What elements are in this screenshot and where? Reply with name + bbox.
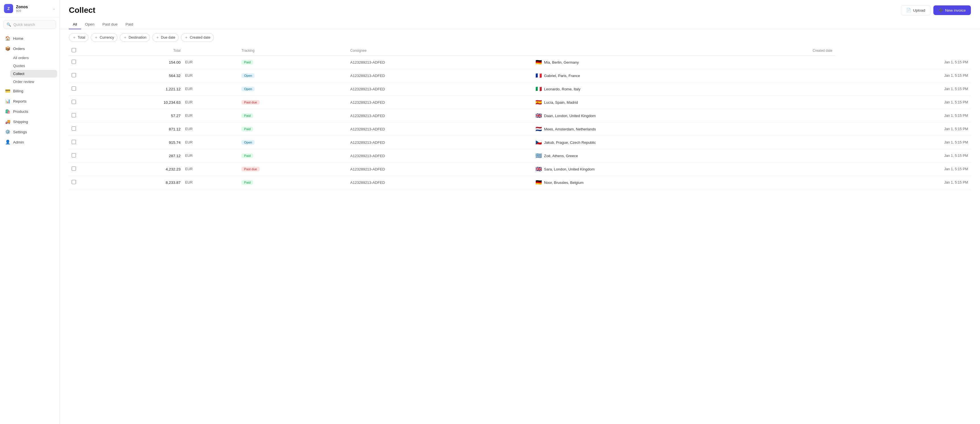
filter-created-date[interactable]: ＋ Created date	[181, 33, 213, 42]
sidebar-item-billing[interactable]: 💳 Billing	[2, 86, 57, 96]
row-checkbox[interactable]	[72, 167, 76, 171]
plus-icon: ＋	[156, 35, 159, 40]
table-row[interactable]: 1,221.12 EUR Open A123289213-ADFED 🇮🇹 Le…	[69, 83, 971, 96]
row-status: Paid	[239, 176, 347, 189]
chevron-down-icon: ⌄	[52, 6, 56, 11]
row-checkbox[interactable]	[72, 86, 76, 91]
reports-icon: 📊	[5, 98, 10, 104]
row-consignee: 🇬🇧 Daan, London, United Kingdom	[533, 109, 835, 122]
sidebar-item-order-review[interactable]: Order review	[10, 78, 57, 86]
country-flag: 🇫🇷	[536, 73, 542, 79]
logo-letter: Z	[7, 6, 10, 11]
row-checkbox[interactable]	[72, 60, 76, 64]
quick-search-box[interactable]: 🔍 Quick search	[3, 20, 56, 29]
new-invoice-button[interactable]: ➕ New invoice	[933, 5, 971, 15]
row-created-date: Jan 1, 5:15 PM	[835, 136, 971, 149]
filter-currency[interactable]: ＋ Currency	[91, 33, 118, 42]
tab-paid[interactable]: Paid	[121, 20, 137, 29]
country-flag: 🇩🇪	[536, 179, 542, 186]
table-row[interactable]: 915.74 EUR Open A123289213-ADFED 🇨🇿 Jaku…	[69, 136, 971, 149]
table-row[interactable]: 57.27 EUR Paid A123289213-ADFED 🇬🇧 Daan,…	[69, 109, 971, 122]
consignee-name: Jakub, Prague, Czech Republic	[544, 140, 596, 145]
table-row[interactable]: 287.12 EUR Paid A123289213-ADFED 🇬🇷 Zoë,…	[69, 149, 971, 162]
sidebar-item-shipping[interactable]: 🚚 Shipping	[2, 117, 57, 127]
sidebar-item-products[interactable]: 🛍️ Products	[2, 106, 57, 116]
row-tracking: A123289213-ADFED	[347, 136, 533, 149]
admin-icon: 👤	[5, 140, 10, 145]
row-checkbox[interactable]	[72, 140, 76, 144]
row-consignee: 🇮🇹 Leonardo, Rome, Italy	[533, 83, 835, 96]
country-flag: 🇬🇧	[536, 113, 542, 119]
status-badge: Paid	[242, 113, 253, 118]
row-checkbox-cell	[69, 149, 79, 162]
table-row[interactable]: 871.12 EUR Paid A123289213-ADFED 🇳🇱 Mees…	[69, 122, 971, 136]
filter-destination[interactable]: ＋ Destination	[120, 33, 150, 42]
filters-bar: ＋ Total ＋ Currency ＋ Destination ＋ Due d…	[60, 29, 980, 46]
sidebar-item-reports-label: Reports	[13, 99, 27, 103]
table-row[interactable]: 564.32 EUR Open A123289213-ADFED 🇫🇷 Gabr…	[69, 69, 971, 83]
status-badge: Past due	[242, 100, 259, 105]
sidebar-item-admin[interactable]: 👤 Admin	[2, 137, 57, 147]
status-badge: Paid	[242, 180, 253, 185]
table-row[interactable]: 154.00 EUR Paid A123289213-ADFED 🇩🇪 Mia,…	[69, 56, 971, 69]
sidebar-logo[interactable]: Z Zonos 909	[4, 4, 28, 13]
sidebar-item-reports[interactable]: 📊 Reports	[2, 96, 57, 106]
row-total: 10,234.63	[79, 96, 183, 109]
row-status: Past due	[239, 162, 347, 176]
sidebar-item-home[interactable]: 🏠 Home	[2, 33, 57, 43]
row-consignee: 🇩🇪 Noor, Brussles, Belgium	[533, 176, 835, 189]
row-checkbox[interactable]	[72, 153, 76, 157]
table-row[interactable]: 8,233.87 EUR Paid A123289213-ADFED 🇩🇪 No…	[69, 176, 971, 189]
consignee-name: Mees, Amsterdam, Netherlands	[544, 127, 596, 131]
row-checkbox[interactable]	[72, 127, 76, 131]
tab-past-due[interactable]: Past due	[99, 20, 121, 29]
sidebar-item-quotes[interactable]: Quotes	[10, 62, 57, 70]
row-tracking: A123289213-ADFED	[347, 109, 533, 122]
home-icon: 🏠	[5, 36, 10, 41]
row-checkbox[interactable]	[72, 100, 76, 104]
sidebar-item-settings[interactable]: ⚙️ Settings	[2, 127, 57, 137]
row-checkbox[interactable]	[72, 180, 76, 184]
tab-open[interactable]: Open	[81, 20, 99, 29]
row-status: Open	[239, 69, 347, 83]
tab-all[interactable]: All	[69, 20, 81, 29]
row-consignee: 🇳🇱 Mees, Amsterdam, Netherlands	[533, 122, 835, 136]
row-checkbox[interactable]	[72, 113, 76, 118]
orders-sub-nav: All orders Quotes Collect Order review	[10, 54, 57, 86]
logo-text: Zonos 909	[16, 5, 28, 13]
country-flag: 🇩🇪	[536, 59, 542, 65]
row-tracking: A123289213-ADFED	[347, 149, 533, 162]
row-total: 57.27	[79, 109, 183, 122]
row-created-date: Jan 1, 5:15 PM	[835, 56, 971, 69]
country-flag: 🇨🇿	[536, 139, 542, 146]
table-header: Total Tracking Consignee Created date	[69, 46, 971, 56]
row-total: 915.74	[79, 136, 183, 149]
consignee-name: Gabriel, Paris, France	[544, 74, 580, 78]
settings-icon: ⚙️	[5, 129, 10, 134]
row-checkbox-cell	[69, 83, 79, 96]
sidebar-item-orders[interactable]: 📦 Orders	[2, 44, 57, 53]
sidebar-item-billing-label: Billing	[13, 89, 23, 93]
table-row[interactable]: 10,234.63 EUR Past due A123289213-ADFED …	[69, 96, 971, 109]
plus-icon: ＋	[72, 35, 76, 40]
row-consignee: 🇬🇧 Sara, London, United Kingdom	[533, 162, 835, 176]
filter-total[interactable]: ＋ Total	[69, 33, 88, 42]
select-all-checkbox[interactable]	[72, 48, 76, 52]
header-consignee: Consignee	[347, 46, 533, 56]
country-flag: 🇳🇱	[536, 126, 542, 132]
upload-button[interactable]: 📄 Upload	[901, 5, 931, 15]
orders-group: 📦 Orders All orders Quotes Collect Order…	[2, 44, 57, 86]
sidebar-item-products-label: Products	[13, 110, 28, 114]
status-badge: Paid	[242, 154, 253, 158]
row-currency: EUR	[183, 96, 239, 109]
row-total: 564.32	[79, 69, 183, 83]
sidebar-item-all-orders[interactable]: All orders	[10, 54, 57, 62]
table-row[interactable]: 4,232.23 EUR Past due A123289213-ADFED 🇬…	[69, 162, 971, 176]
row-currency: EUR	[183, 83, 239, 96]
row-currency: EUR	[183, 136, 239, 149]
consignee-name: Lucía, Spain, Madrid	[544, 100, 578, 105]
filter-due-date[interactable]: ＋ Due date	[152, 33, 179, 42]
row-checkbox[interactable]	[72, 73, 76, 77]
sidebar-item-collect[interactable]: Collect	[10, 70, 57, 78]
row-total: 154.00	[79, 56, 183, 69]
